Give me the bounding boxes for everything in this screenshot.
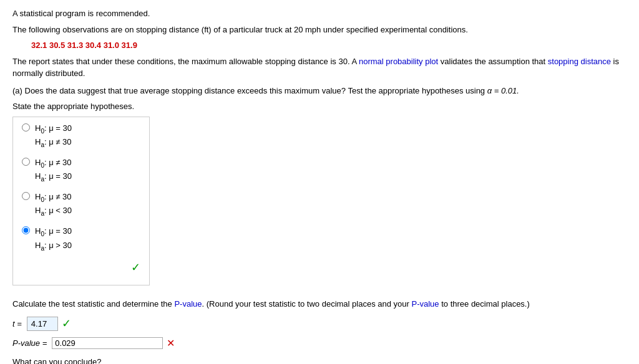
hypothesis-radio-2[interactable] bbox=[22, 158, 30, 166]
hypothesis-radio-3[interactable] bbox=[22, 192, 30, 200]
pvalue-link2: P-value bbox=[412, 299, 439, 309]
pvalue-row: P-value = ✕ bbox=[12, 336, 627, 351]
hypothesis-radio-4[interactable] bbox=[22, 226, 30, 234]
observation-text: The following observations are on stoppi… bbox=[12, 24, 627, 36]
calc-instruction: Calculate the test statistic and determi… bbox=[12, 298, 627, 310]
hypothesis-text-3: H0: μ ≠ 30 Ha: μ < 30 bbox=[35, 191, 72, 219]
state-hypotheses-label: State the appropriate hypotheses. bbox=[12, 100, 627, 113]
stopping-dist-link: stopping distance bbox=[548, 57, 611, 66]
alpha-value: α = 0.01. bbox=[487, 86, 519, 95]
pvalue-label: P-value = bbox=[12, 337, 47, 350]
conclude-question: What can you conclude? bbox=[12, 356, 627, 364]
pvalue-input[interactable] bbox=[52, 337, 163, 349]
hypothesis-option-1[interactable]: H0: μ = 30 Ha: μ ≠ 30 bbox=[22, 122, 140, 150]
t-checkmark: ✓ bbox=[62, 315, 71, 332]
t-stat-row: t = 4.17 ✓ bbox=[12, 315, 627, 332]
question-a-label: (a) Does the data suggest that true aver… bbox=[12, 85, 627, 97]
hypothesis-option-2[interactable]: H0: μ ≠ 30 Ha: μ = 30 bbox=[22, 156, 140, 184]
report-text: The report states that under these condi… bbox=[12, 55, 627, 80]
conclude-section: What can you conclude? Do not reject the… bbox=[12, 356, 627, 364]
hypothesis-checkmark: ✓ bbox=[131, 259, 140, 276]
pvalue-x-icon: ✕ bbox=[167, 336, 175, 351]
hypotheses-box: H0: μ = 30 Ha: μ ≠ 30 H0: μ ≠ 30 Ha: μ =… bbox=[12, 117, 150, 286]
hypothesis-option-4[interactable]: H0: μ = 30 Ha: μ > 30 bbox=[22, 225, 140, 253]
hypothesis-text-2: H0: μ ≠ 30 Ha: μ = 30 bbox=[35, 156, 72, 184]
data-values: 32.1 30.5 31.3 30.4 31.0 31.9 bbox=[31, 39, 627, 52]
question-a-text: (a) Does the data suggest that true aver… bbox=[12, 86, 485, 95]
hypothesis-radio-1[interactable] bbox=[22, 123, 30, 132]
hypothesis-check-row: ✓ bbox=[22, 259, 140, 276]
stat-recommendation: A statistical program is recommended. bbox=[12, 7, 627, 20]
t-value-display: 4.17 bbox=[27, 317, 58, 332]
pvalue-link: P-value bbox=[174, 299, 202, 309]
normal-prob-link: normal probability plot bbox=[359, 57, 438, 66]
hypothesis-text-4: H0: μ = 30 Ha: μ > 30 bbox=[35, 225, 72, 253]
hypothesis-option-3[interactable]: H0: μ ≠ 30 Ha: μ < 30 bbox=[22, 191, 140, 219]
hypothesis-text-1: H0: μ = 30 Ha: μ ≠ 30 bbox=[35, 122, 72, 150]
t-label: t = bbox=[12, 318, 22, 330]
